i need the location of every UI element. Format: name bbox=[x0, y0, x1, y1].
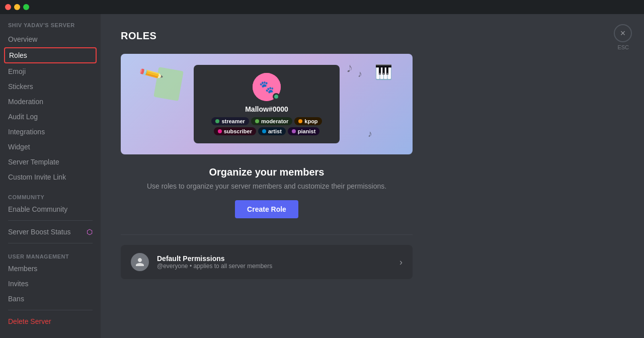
organize-section: Organize your members Use roles to organ… bbox=[121, 166, 413, 218]
chevron-right-icon: › bbox=[399, 257, 403, 268]
create-role-button[interactable]: Create Role bbox=[235, 200, 298, 218]
person-icon bbox=[135, 257, 145, 267]
sidebar-item-label: Members bbox=[8, 265, 37, 273]
sidebar-item-roles[interactable]: Roles bbox=[4, 47, 97, 63]
sidebar-item-label: Invites bbox=[8, 280, 28, 288]
tag-label-moderator: moderator bbox=[261, 118, 288, 124]
tag-label-streamer: streamer bbox=[221, 118, 245, 124]
sidebar-divider-3 bbox=[8, 310, 93, 310]
sidebar-item-label: Enable Community bbox=[8, 205, 67, 213]
close-dot[interactable] bbox=[5, 4, 11, 10]
main-layout: Shiv Yadav's Server Overview Roles Emoji… bbox=[0, 14, 644, 338]
sidebar-item-stickers[interactable]: Stickers bbox=[4, 79, 97, 94]
music-note-1: ♪ bbox=[358, 69, 362, 79]
tag-label-kpop: kpop bbox=[304, 118, 317, 124]
sidebar-item-label: Custom Invite Link bbox=[8, 173, 66, 181]
sidebar-item-widget[interactable]: Widget bbox=[4, 140, 97, 154]
user-management-section-label: User Management bbox=[4, 247, 97, 262]
sidebar-item-label: Emoji bbox=[8, 67, 26, 75]
tag-dot-kpop bbox=[298, 119, 302, 123]
sidebar-item-bans[interactable]: Bans bbox=[4, 292, 97, 306]
sidebar-item-overview[interactable]: Overview bbox=[4, 32, 97, 46]
tag-label-subscriber: subscriber bbox=[224, 128, 252, 134]
minimize-dot[interactable] bbox=[14, 4, 20, 10]
esc-label: ESC bbox=[617, 44, 629, 50]
titlebar bbox=[0, 0, 644, 14]
music-note-2: ♪ bbox=[368, 129, 372, 139]
tag-dot-artist bbox=[262, 129, 266, 133]
sidebar-item-label: Bans bbox=[8, 295, 24, 303]
sidebar-item-server-boost-status[interactable]: Server Boost Status ⬡ bbox=[4, 225, 97, 239]
sidebar-item-server-template[interactable]: Server Template bbox=[4, 155, 97, 169]
online-status-indicator bbox=[273, 93, 280, 100]
sidebar-item-label: Widget bbox=[8, 143, 30, 151]
sidebar: Shiv Yadav's Server Overview Roles Emoji… bbox=[0, 14, 101, 338]
default-permissions-card[interactable]: Default Permissions @everyone • applies … bbox=[121, 245, 413, 279]
avatar: 🐾 bbox=[253, 73, 281, 101]
permissions-avatar bbox=[131, 253, 149, 271]
page-title: Roles bbox=[121, 30, 624, 42]
tag-dot-moderator bbox=[255, 119, 259, 123]
permissions-info: Default Permissions @everyone • applies … bbox=[157, 255, 272, 270]
tag-pianist: pianist bbox=[288, 127, 319, 135]
tag-moderator: moderator bbox=[251, 117, 292, 125]
hero-username: Mallow#0000 bbox=[204, 105, 330, 113]
tag-streamer: streamer bbox=[211, 117, 249, 125]
piano-decoration: 🎹 bbox=[375, 64, 392, 80]
tag-kpop: kpop bbox=[294, 117, 321, 125]
maximize-dot[interactable] bbox=[23, 4, 29, 10]
sidebar-item-label: Delete Server bbox=[8, 317, 51, 325]
sidebar-divider-1 bbox=[8, 220, 93, 221]
boost-icon: ⬡ bbox=[87, 228, 93, 236]
sidebar-item-enable-community[interactable]: Enable Community bbox=[4, 202, 97, 216]
sidebar-item-integrations[interactable]: Integrations bbox=[4, 125, 97, 139]
content-divider bbox=[121, 234, 413, 235]
sidebar-item-moderation[interactable]: Moderation bbox=[4, 95, 97, 109]
close-button[interactable]: × bbox=[614, 24, 632, 42]
sidebar-item-members[interactable]: Members bbox=[4, 262, 97, 276]
permissions-card-left: Default Permissions @everyone • applies … bbox=[131, 253, 272, 271]
organize-desc: Use roles to organize your server member… bbox=[121, 182, 413, 190]
tag-label-pianist: pianist bbox=[298, 128, 315, 134]
organize-title: Organize your members bbox=[121, 166, 413, 178]
hero-card: 🐾 Mallow#0000 streamer moderator bbox=[194, 65, 340, 143]
sidebar-item-label: Stickers bbox=[8, 82, 33, 91]
server-name: Shiv Yadav's Server bbox=[4, 22, 97, 28]
sidebar-item-label: Roles bbox=[9, 51, 27, 59]
sidebar-item-audit-log[interactable]: Audit Log bbox=[4, 110, 97, 124]
sidebar-item-emoji[interactable]: Emoji bbox=[4, 64, 97, 78]
sidebar-item-invites[interactable]: Invites bbox=[4, 277, 97, 291]
sidebar-divider-2 bbox=[8, 243, 93, 243]
tag-label-artist: artist bbox=[268, 128, 282, 134]
tag-dot-streamer bbox=[215, 119, 219, 123]
permissions-title: Default Permissions bbox=[157, 255, 272, 263]
tag-artist: artist bbox=[258, 127, 286, 135]
tag-dot-subscriber bbox=[218, 129, 222, 133]
sidebar-item-label: Audit Log bbox=[8, 113, 38, 121]
close-icon: × bbox=[620, 29, 626, 38]
tag-subscriber: subscriber bbox=[214, 127, 256, 135]
hero-tags: streamer moderator kpop subscriber bbox=[204, 117, 330, 135]
sidebar-item-label: Moderation bbox=[8, 98, 43, 106]
content-area: Roles ✏️ 🎹 ♪ ♪ 𝅘𝅥𝅮 ♪ ♫ 🐾 Mallow#0000 bbox=[101, 14, 644, 338]
tag-dot-pianist bbox=[292, 129, 296, 133]
permissions-subtitle: @everyone • applies to all server member… bbox=[157, 263, 272, 270]
sidebar-item-label: Server Template bbox=[8, 158, 59, 166]
sidebar-boost-label: Server Boost Status bbox=[8, 228, 71, 236]
sidebar-item-delete-server[interactable]: Delete Server bbox=[4, 314, 97, 328]
sidebar-item-custom-invite-link[interactable]: Custom Invite Link bbox=[4, 170, 97, 184]
sidebar-item-label: Integrations bbox=[8, 128, 45, 136]
sidebar-item-label: Overview bbox=[8, 35, 37, 43]
hero-area: ✏️ 🎹 ♪ ♪ 𝅘𝅥𝅮 ♪ ♫ 🐾 Mallow#0000 streamer bbox=[121, 54, 413, 154]
community-section-label: Community bbox=[4, 188, 97, 202]
